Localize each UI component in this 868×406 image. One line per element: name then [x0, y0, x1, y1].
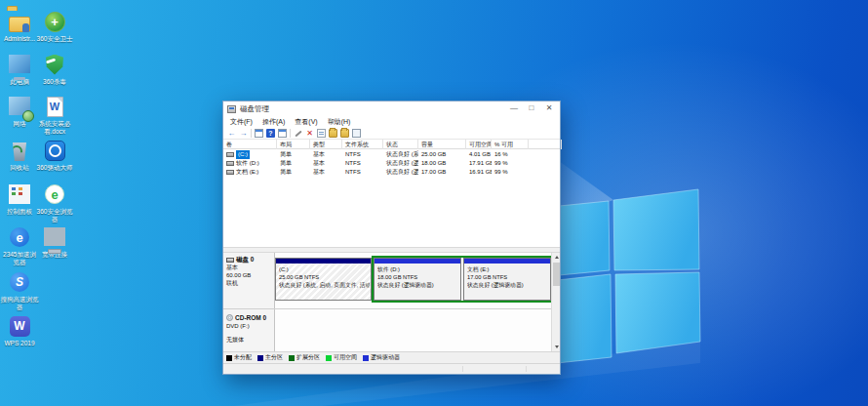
free-space-swatch — [326, 355, 332, 361]
network-globe-icon — [9, 100, 30, 113]
unallocated-swatch — [226, 355, 232, 361]
primary-swatch — [257, 355, 263, 361]
status-bar — [223, 363, 560, 374]
desktop-icon-control-panel[interactable]: 控制面板 — [0, 183, 39, 216]
table-row-c[interactable]: (C:) 简单 基本 NTFS 状态良好 (系统, 启动, 页面文件, 活动, … — [223, 150, 560, 159]
drive-icon — [226, 161, 234, 166]
folder-icon[interactable] — [340, 129, 349, 138]
disk0-size: 60.00 GB — [226, 271, 274, 279]
legend-bar: 未分配 主分区 扩展分区 可用空间 逻辑驱动器 — [223, 351, 560, 363]
scroll-down-icon[interactable] — [552, 343, 560, 351]
desktop-icon-360-antivirus[interactable]: 360杀毒 — [35, 53, 74, 86]
desktop-icon-network[interactable]: 网络 — [0, 95, 39, 128]
scrollbar-thumb[interactable] — [553, 263, 560, 286]
menu-bar: 文件(F) 操作(A) 查看(V) 帮助(H) — [223, 116, 560, 128]
col-volume[interactable]: 卷 — [223, 140, 277, 149]
graphical-view: 磁盘 0 基本 60.00 GB 联机 (C:) 25.00 GB NTFS 状… — [223, 253, 560, 351]
close-button[interactable]: ✕ — [540, 102, 558, 116]
disk0-type: 基本 — [226, 264, 274, 271]
computer-monitor-icon — [9, 58, 30, 71]
vertical-scrollbar[interactable] — [551, 253, 560, 351]
desktop-icon-setup-doc[interactable]: W 系统安装必看.docx — [35, 95, 74, 135]
menu-file[interactable]: 文件(F) — [225, 117, 257, 127]
disk0-status: 联机 — [226, 279, 274, 287]
logical-swatch — [363, 355, 369, 361]
window-view-icon[interactable] — [352, 129, 361, 138]
desktop-icon-sogou-browser[interactable]: S 搜狗高速浏览器 — [0, 270, 39, 310]
shield-icon — [46, 55, 63, 75]
extended-partition-outline: 软件 (D:) 18.00 GB NTFS 状态良好 (逻辑驱动器) 文档 (E… — [372, 256, 553, 303]
legend-logical: 逻辑驱动器 — [363, 353, 400, 362]
delete-icon[interactable]: ✕ — [305, 129, 314, 138]
col-status[interactable]: 状态 — [383, 140, 418, 149]
volume-list: 卷 布局 类型 文件系统 状态 容量 可用空间 % 可用 (C:) 简单 基本 … — [223, 140, 560, 247]
table-row-d[interactable]: 软件 (D:) 简单 基本 NTFS 状态良好 (逻辑驱动器) 18.00 GB… — [223, 159, 560, 168]
cdrom-status: 无媒体 — [226, 336, 274, 345]
disk-icon — [226, 258, 234, 263]
partition-d[interactable]: 软件 (D:) 18.00 GB NTFS 状态良好 (逻辑驱动器) — [374, 258, 461, 301]
cdrom-drive: DVD (F:) — [226, 322, 274, 331]
col-free-space[interactable]: 可用空间 — [466, 140, 492, 149]
drive-icon — [226, 152, 234, 157]
desktop-icon-recycle-bin[interactable]: 回收站 — [0, 139, 39, 172]
minimize-button[interactable]: — — [505, 102, 523, 116]
console-tree-icon[interactable] — [255, 129, 263, 138]
forward-icon[interactable]: → — [239, 129, 248, 138]
legend-unallocated: 未分配 — [226, 353, 252, 362]
format-document-icon[interactable] — [317, 129, 326, 138]
status-separator — [526, 366, 527, 372]
desktop-icon-administrator[interactable]: Administr... — [0, 10, 39, 43]
table-row-e[interactable]: 文档 (E:) 简单 基本 NTFS 状态良好 (逻辑驱动器) 17.00 GB… — [223, 168, 560, 177]
legend-primary: 主分区 — [257, 353, 283, 362]
desktop-icon-2345-browser[interactable]: e 2345加速浏览器 — [0, 225, 39, 265]
desktop-icon-this-pc[interactable]: 此电脑 — [0, 53, 39, 86]
col-layout[interactable]: 布局 — [277, 140, 310, 149]
disk0-label-cell[interactable]: 磁盘 0 基本 60.00 GB 联机 — [223, 253, 275, 308]
title-bar[interactable]: 磁盘管理 — □ ✕ — [223, 102, 560, 116]
drive-icon — [226, 170, 234, 175]
disk-management-window: 磁盘管理 — □ ✕ 文件(F) 操作(A) 查看(V) 帮助(H) ← → ?… — [222, 101, 561, 375]
logical-drive-bar — [464, 259, 550, 264]
scroll-up-icon[interactable] — [552, 253, 560, 262]
col-filesystem[interactable]: 文件系统 — [342, 140, 383, 149]
window-title: 磁盘管理 — [240, 104, 269, 114]
desktop: Administr... + 360安全卫士 此电脑 360杀毒 网络 W 系统… — [0, 0, 868, 406]
broadband-monitor-icon — [45, 231, 64, 244]
control-panel-icon — [9, 187, 30, 202]
col-percent-free[interactable]: % 可用 — [492, 140, 529, 149]
cdrom-label-cell[interactable]: CD-ROM 0 DVD (F:) 无媒体 — [223, 309, 275, 351]
legend-extended: 扩展分区 — [289, 353, 320, 362]
word-document-icon: W — [47, 97, 63, 117]
back-icon[interactable]: ← — [227, 129, 236, 138]
menu-help[interactable]: 帮助(H) — [323, 117, 356, 127]
blue-e-browser-icon: e — [10, 227, 29, 247]
toolbar-separator — [251, 129, 252, 138]
menu-action[interactable]: 操作(A) — [257, 117, 290, 127]
partition-e[interactable]: 文档 (E:) 17.00 GB NTFS 状态良好 (逻辑驱动器) — [463, 258, 551, 301]
partition-c[interactable]: (C:) 25.00 GB NTFS 状态良好 (系统, 启动, 页面文件, 活… — [275, 258, 372, 301]
desktop-icon-360-safe-guard[interactable]: + 360安全卫士 — [35, 10, 74, 43]
desktop-icon-wps-2019[interactable]: W WPS 2019 — [0, 314, 39, 347]
desktop-icon-360-browser[interactable]: e 360安全浏览器 — [35, 183, 74, 223]
col-type[interactable]: 类型 — [310, 140, 342, 149]
maximize-button[interactable]: □ — [523, 102, 540, 116]
col-extra[interactable] — [529, 140, 562, 149]
action-pane-icon[interactable] — [278, 129, 287, 138]
green-e-browser-icon: e — [45, 184, 64, 204]
sogou-s-icon: S — [10, 272, 29, 292]
desktop-icon-broadband[interactable]: 宽带连接 — [35, 225, 74, 259]
volume-list-header: 卷 布局 类型 文件系统 状态 容量 可用空间 % 可用 — [223, 140, 560, 149]
col-capacity[interactable]: 容量 — [418, 140, 466, 149]
shield-plus-icon: + — [45, 12, 65, 32]
toolbar: ← → ? ✕ — [223, 128, 560, 140]
cd-disc-icon — [226, 314, 233, 321]
properties-wrench-icon[interactable] — [294, 129, 302, 138]
help-icon[interactable]: ? — [266, 129, 275, 138]
desktop-icon-360-driver-master[interactable]: 360驱动大师 — [35, 139, 74, 172]
legend-free-space: 可用空间 — [326, 353, 357, 362]
folder-icon[interactable] — [329, 129, 337, 138]
toolbar-separator — [290, 129, 291, 138]
extended-swatch — [289, 355, 295, 361]
primary-partition-bar — [276, 259, 371, 264]
menu-view[interactable]: 查看(V) — [290, 117, 322, 127]
